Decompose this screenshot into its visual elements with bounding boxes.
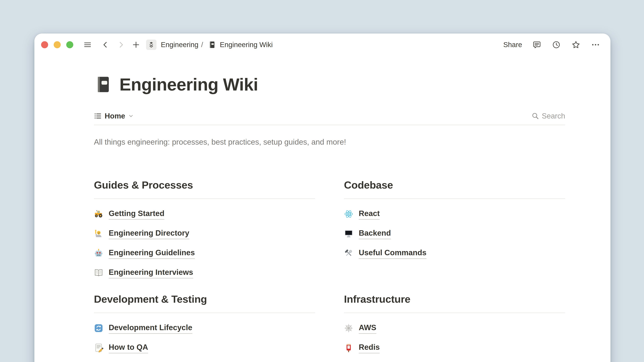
page-link-label: Development Lifecycle [109,323,192,334]
desktop-computer-icon [344,229,353,238]
back-button[interactable] [102,41,109,49]
share-button[interactable]: Share [503,41,522,49]
search-icon [532,112,539,120]
app-window: Engineering / Engineering Wiki Share Eng… [34,33,610,362]
section-title: Codebase [344,178,565,192]
memo-icon [94,343,103,353]
chevron-left-icon [102,41,109,49]
robot-icon [94,249,103,258]
workspace-switcher[interactable] [146,39,156,50]
section-title: Development & Testing [94,292,315,307]
counterclockwise-arrows-icon [94,324,103,333]
page-link-development-lifecycle[interactable]: Development Lifecycle [94,323,315,334]
page-link-label: How to QA [109,342,148,354]
close-button[interactable] [41,41,48,48]
comments-button[interactable] [532,40,541,49]
page-title: Engineering Wiki [120,74,258,94]
minimize-button[interactable] [54,41,61,48]
page-link-label: Redis [359,342,380,354]
page-link-backend[interactable]: Backend [344,228,565,239]
star-icon [572,40,580,49]
layers-icon [148,41,155,48]
chevron-right-icon [117,41,125,49]
page-link-how-to-qa[interactable]: How to QA [94,342,315,354]
chevron-down-icon [128,113,134,119]
notebook-icon [94,75,113,94]
hammer-wrench-icon [344,249,353,258]
page-link-engineering-interviews[interactable]: Engineering Interviews [94,267,315,279]
view-tabs-row: Home Search [94,111,565,121]
breadcrumb-workspace[interactable]: Engineering [161,41,198,49]
page-link-label: Engineering Interviews [109,267,193,279]
view-divider [94,125,565,125]
section-guides-processes: Guides & Processes Getting Started Engin… [94,178,315,287]
person-raising-hand-icon [94,229,103,238]
tractor-icon [94,209,103,219]
page-link-label: Engineering Guidelines [109,248,195,259]
notebook-icon [208,41,216,49]
page-link-useful-commands[interactable]: Useful Commands [344,248,565,259]
page-link-label: AWS [359,323,376,334]
search-label: Search [542,112,565,120]
sidebar-menu-button[interactable] [83,40,92,49]
comment-icon [532,40,541,49]
spider-web-icon [344,324,353,333]
plus-icon [132,41,140,49]
page-link-getting-started[interactable]: Getting Started [94,208,315,220]
breadcrumb-separator: / [201,41,203,49]
section-divider [344,198,565,199]
page-link-aws[interactable]: AWS [344,323,565,334]
section-title: Guides & Processes [94,178,315,192]
more-options-button[interactable] [591,40,600,49]
section-title: Infrastructure [344,292,565,307]
tab-home[interactable]: Home [94,112,134,120]
new-page-button[interactable] [132,41,140,49]
page-title-row: Engineering Wiki [94,74,565,94]
breadcrumb-page[interactable]: Engineering Wiki [220,41,273,49]
list-view-icon [94,112,102,120]
page-link-label: Useful Commands [359,248,426,259]
page-link-label: React [359,208,380,220]
react-icon [344,209,353,219]
toolbar: Engineering / Engineering Wiki Share [34,33,610,56]
page-link-label: Engineering Directory [109,228,189,239]
forward-button[interactable] [117,41,125,49]
favorite-button[interactable] [572,40,580,49]
sections-grid: Guides & Processes Getting Started Engin… [94,178,565,362]
section-divider [344,313,565,313]
search-button[interactable]: Search [532,112,565,120]
ellipsis-icon [591,40,600,49]
traffic-lights [41,41,73,48]
open-book-icon [94,268,103,278]
history-button[interactable] [552,40,561,49]
section-development-testing: Development & Testing Development Lifecy… [94,292,315,362]
page-link-engineering-guidelines[interactable]: Engineering Guidelines [94,248,315,259]
page-link-label: Backend [359,228,391,239]
page-link-redis[interactable]: Redis [344,342,565,354]
section-codebase: Codebase React Backend [344,178,565,287]
section-divider [94,313,315,313]
page-description: All things engineering: processes, best … [94,137,565,147]
view-tab-label: Home [105,112,125,120]
hamburger-icon [83,40,92,49]
postbox-icon [344,343,353,353]
page-link-label: Getting Started [109,208,164,220]
section-divider [94,198,315,199]
page-link-engineering-directory[interactable]: Engineering Directory [94,228,315,239]
page-content: Engineering Wiki Home Search All things … [94,74,565,362]
page-link-react[interactable]: React [344,208,565,220]
section-infrastructure: Infrastructure AWS Redis [344,292,565,362]
zoom-button[interactable] [66,41,73,48]
clock-icon [552,40,561,49]
